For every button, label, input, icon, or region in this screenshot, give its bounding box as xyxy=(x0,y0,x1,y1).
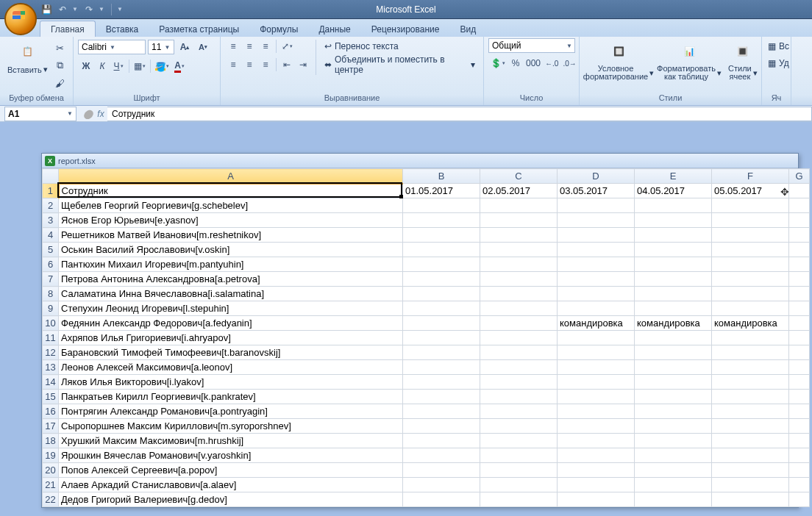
cell[interactable] xyxy=(403,272,480,287)
cell[interactable] xyxy=(558,257,635,272)
cell[interactable] xyxy=(712,448,789,463)
cell[interactable] xyxy=(480,463,558,478)
cell[interactable] xyxy=(635,492,712,507)
cell[interactable]: Барановский Тимофей Тимофеевич[t.baranov… xyxy=(59,345,403,360)
format-painter-button[interactable]: 🖌 xyxy=(52,75,68,91)
select-all-corner[interactable] xyxy=(43,169,59,184)
cell[interactable] xyxy=(558,301,635,316)
cell[interactable] xyxy=(712,345,789,360)
cell[interactable]: 02.05.2017 xyxy=(480,184,558,198)
cell[interactable] xyxy=(403,257,480,272)
column-header[interactable]: E xyxy=(635,169,712,184)
cell[interactable] xyxy=(712,228,789,243)
cell[interactable] xyxy=(712,360,789,375)
cell[interactable] xyxy=(789,272,810,287)
cell[interactable] xyxy=(558,360,635,375)
increase-decimal-button[interactable]: ←.0 xyxy=(543,55,560,71)
column-header[interactable]: C xyxy=(480,169,558,184)
format-as-table-button[interactable]: 📊 Форматировать как таблицу▾ xyxy=(655,38,724,82)
chevron-down-icon[interactable]: ▼ xyxy=(566,43,573,49)
font-name-combo[interactable]: Calibri▼ xyxy=(78,40,146,54)
cell[interactable] xyxy=(789,243,810,257)
cell[interactable] xyxy=(789,301,810,316)
wrap-text-button[interactable]: ↩Перенос текста xyxy=(321,38,479,54)
cell[interactable]: командировка xyxy=(635,316,712,331)
ribbon-tab-1[interactable]: Вставка xyxy=(96,21,149,37)
row-header[interactable]: 22 xyxy=(43,492,59,507)
cell[interactable]: Оськин Василий Ярославович[v.oskin] xyxy=(59,243,403,257)
cell[interactable] xyxy=(712,272,789,287)
cell[interactable]: Панкратьев Кирилл Георгиевич[k.pankratev… xyxy=(59,390,403,404)
cell[interactable] xyxy=(558,492,635,507)
column-header[interactable]: B xyxy=(403,169,480,184)
cell[interactable] xyxy=(480,257,558,272)
cell[interactable] xyxy=(480,404,558,419)
cell[interactable] xyxy=(635,345,712,360)
cell[interactable] xyxy=(712,213,789,228)
cell[interactable] xyxy=(480,213,558,228)
cell[interactable] xyxy=(635,448,712,463)
workbook-titlebar[interactable]: X report.xlsx xyxy=(42,154,798,168)
cell[interactable] xyxy=(789,331,810,345)
cell[interactable] xyxy=(558,419,635,434)
italic-button[interactable]: К xyxy=(94,58,110,74)
chevron-down-icon[interactable]: ▼ xyxy=(163,44,171,51)
cell[interactable] xyxy=(480,448,558,463)
row-header[interactable]: 12 xyxy=(43,345,59,360)
cell[interactable] xyxy=(480,419,558,434)
cell[interactable] xyxy=(789,257,810,272)
cell[interactable] xyxy=(403,478,480,492)
cell[interactable]: Попов Алексей Сергеевич[a.popov] xyxy=(59,463,403,478)
cell[interactable] xyxy=(635,419,712,434)
cell[interactable] xyxy=(558,345,635,360)
cell[interactable] xyxy=(635,301,712,316)
cell[interactable]: Сыропоршнев Максим Кириллович[m.syropors… xyxy=(59,419,403,434)
ribbon-tab-3[interactable]: Формулы xyxy=(249,21,308,37)
cell[interactable] xyxy=(558,213,635,228)
cell[interactable] xyxy=(403,434,480,448)
ribbon-tab-5[interactable]: Рецензирование xyxy=(361,21,450,37)
cell[interactable] xyxy=(403,375,480,390)
cell[interactable] xyxy=(403,404,480,419)
ribbon-tab-4[interactable]: Данные xyxy=(308,21,360,37)
cell[interactable] xyxy=(712,331,789,345)
cell[interactable] xyxy=(712,478,789,492)
align-top-button[interactable]: ≡ xyxy=(225,38,241,54)
cell[interactable] xyxy=(403,360,480,375)
cell[interactable]: Федянин Александр Федорович[a.fedyanin] xyxy=(59,316,403,331)
cell[interactable] xyxy=(789,316,810,331)
paste-button[interactable]: 📋 Вставить▾ xyxy=(4,38,51,76)
cell[interactable] xyxy=(635,434,712,448)
cell[interactable] xyxy=(558,390,635,404)
cell[interactable]: Саламатина Инна Вячеславовна[i.salamatin… xyxy=(59,287,403,301)
cell[interactable] xyxy=(480,331,558,345)
cell[interactable]: 03.05.2017 xyxy=(558,184,635,198)
column-header[interactable]: A xyxy=(59,169,403,184)
cell[interactable] xyxy=(480,316,558,331)
row-header[interactable]: 19 xyxy=(43,448,59,463)
cell[interactable] xyxy=(558,434,635,448)
cell[interactable] xyxy=(480,345,558,360)
cell[interactable] xyxy=(789,375,810,390)
row-header[interactable]: 20 xyxy=(43,463,59,478)
conditional-formatting-button[interactable]: 🔲 Условное форматирование▾ xyxy=(584,38,653,82)
redo-icon[interactable]: ↷ xyxy=(82,3,96,16)
cell[interactable]: командировка xyxy=(558,316,635,331)
align-bottom-button[interactable]: ≡ xyxy=(257,38,274,54)
comma-format-button[interactable]: 000 xyxy=(524,55,543,71)
font-color-button[interactable]: A▾ xyxy=(171,58,188,74)
number-format-combo[interactable]: Общий▼ xyxy=(488,38,575,53)
cell[interactable] xyxy=(712,419,789,434)
row-header[interactable]: 4 xyxy=(43,228,59,243)
align-left-button[interactable]: ≡ xyxy=(225,57,241,73)
fill-color-button[interactable]: 🪣▾ xyxy=(153,58,171,74)
cell[interactable]: Щебелев Георгий Георгиевич[g.schebelev] xyxy=(59,198,403,213)
cell[interactable] xyxy=(635,257,712,272)
cell[interactable]: Дедов Григорий Валериевич[g.dedov] xyxy=(59,492,403,507)
cell[interactable]: 05.05.2017 xyxy=(712,184,789,198)
column-header[interactable]: D xyxy=(558,169,635,184)
name-box[interactable]: A1 ▼ xyxy=(4,107,76,121)
cell[interactable]: Хрушкий Максим Максимович[m.hrushkij] xyxy=(59,434,403,448)
cell[interactable] xyxy=(712,434,789,448)
row-header[interactable]: 1 xyxy=(43,184,59,198)
